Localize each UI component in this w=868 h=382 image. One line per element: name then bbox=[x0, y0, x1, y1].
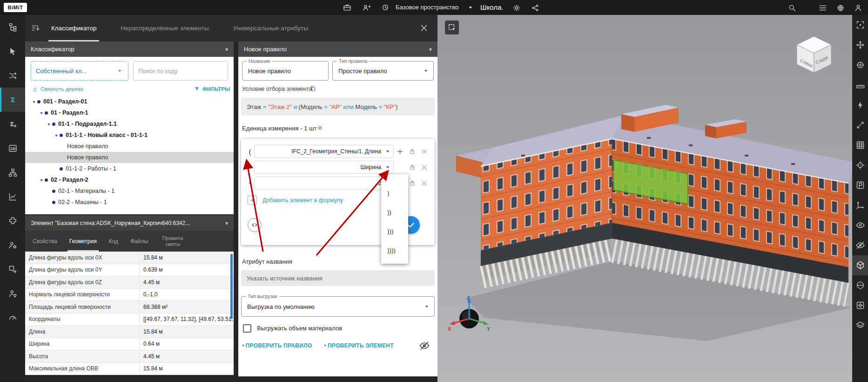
property-row[interactable]: Ширина0.64 м bbox=[25, 338, 234, 351]
lock-icon[interactable] bbox=[409, 148, 416, 155]
rule-collapse-icon[interactable]: ▾ bbox=[429, 46, 432, 53]
navigation-cube[interactable]: Слева Сзади bbox=[797, 36, 831, 73]
element-tab[interactable]: Файлы bbox=[130, 231, 148, 252]
team-icon[interactable] bbox=[362, 3, 371, 12]
building-model[interactable] bbox=[437, 15, 852, 382]
visibility-button[interactable] bbox=[852, 215, 868, 235]
fit-view-button[interactable] bbox=[852, 15, 868, 35]
view-2d-button[interactable]: 2D bbox=[0, 136, 25, 160]
lightning-button[interactable] bbox=[852, 95, 868, 115]
attr-source-field[interactable]: Указать источник названия bbox=[241, 270, 435, 286]
property-row[interactable]: Площадь лицевой поверхности68.388 м² bbox=[25, 301, 234, 314]
code-search-input[interactable] bbox=[133, 61, 228, 81]
section-button[interactable] bbox=[852, 55, 868, 75]
select-button[interactable] bbox=[0, 39, 25, 63]
tree-item[interactable]: 02-2 - Машины - 1 bbox=[25, 197, 234, 208]
unit-settings-icon[interactable] bbox=[316, 124, 323, 131]
field-caret-icon[interactable] bbox=[384, 148, 391, 155]
tree-item[interactable]: 01-1-2 - Работы - 1 bbox=[25, 163, 234, 174]
briefcase-icon[interactable] bbox=[343, 3, 352, 12]
property-row[interactable]: Высота4.45 м bbox=[25, 350, 234, 363]
panel-menu-icon[interactable] bbox=[31, 23, 41, 33]
tree-item[interactable]: ▾001 - Раздел-01 bbox=[25, 96, 234, 107]
element-tab[interactable]: Правила сметы bbox=[160, 231, 185, 252]
pan-button[interactable] bbox=[852, 35, 868, 55]
element-tab[interactable]: Геометрия bbox=[69, 231, 97, 252]
panel-tab[interactable]: Классификатор bbox=[51, 15, 96, 41]
remove-row-icon[interactable] bbox=[421, 164, 428, 171]
tree-expand-icon[interactable]: ▾ bbox=[38, 177, 45, 183]
rule-type-select[interactable]: Тип правила Простое правило bbox=[332, 61, 434, 81]
model-cube-button[interactable] bbox=[852, 255, 868, 275]
check-element-button[interactable]: ПРОВЕРИТЬ ЭЛЕМЕНТ bbox=[328, 342, 394, 349]
operator-select-icon[interactable] bbox=[247, 180, 253, 186]
classifier-select[interactable]: Собственный кл... bbox=[31, 61, 128, 81]
add-operand-icon[interactable] bbox=[396, 148, 404, 156]
tree-item[interactable]: Новое правило bbox=[25, 141, 234, 152]
dimension-button[interactable] bbox=[852, 115, 868, 135]
plugins-button[interactable] bbox=[0, 209, 25, 233]
property-row[interactable]: Координаты[[49.67, 37.67, 11.32], [49.67… bbox=[25, 314, 234, 326]
app-logo[interactable]: BiMiT bbox=[4, 3, 27, 12]
model-tree-button[interactable] bbox=[0, 15, 25, 39]
code-view-button[interactable] bbox=[248, 218, 262, 232]
share-icon[interactable] bbox=[531, 3, 540, 13]
condition-expression[interactable]: Этаж = "Этаж 2" и (Модель = "АР" или Мод… bbox=[241, 98, 435, 116]
selection-tool-button[interactable] bbox=[445, 20, 459, 34]
export-model-button[interactable] bbox=[0, 257, 25, 281]
property-row[interactable]: Длина фигуры вдоль оси 0X15.84 м bbox=[25, 252, 234, 264]
dashboard-button[interactable] bbox=[0, 306, 25, 330]
target-button[interactable] bbox=[852, 155, 868, 175]
tree-item[interactable]: ▾01-1-1 - Новый класс - 01-1-1 bbox=[25, 130, 234, 141]
tree-expand-icon[interactable]: ▾ bbox=[38, 110, 45, 116]
lock-icon[interactable] bbox=[409, 164, 416, 171]
formula-field[interactable]: Ширина bbox=[254, 161, 394, 174]
operator-select-icon[interactable] bbox=[247, 164, 253, 171]
element-tab[interactable]: Код bbox=[109, 231, 118, 252]
check-rule-button[interactable]: ПРОВЕРИТЬ ПРАВИЛО bbox=[246, 342, 312, 349]
sigma-plus-button[interactable]: Σ bbox=[0, 112, 25, 136]
tree-expand-icon[interactable]: ▾ bbox=[53, 133, 60, 138]
axis-gizmo[interactable]: X Y Z bbox=[446, 294, 492, 341]
property-row[interactable]: Длина фигуры вдоль оси 0Z4.45 м bbox=[25, 276, 234, 289]
search-icon[interactable] bbox=[787, 3, 797, 13]
tree-expand-icon[interactable]: ▾ bbox=[31, 99, 37, 104]
property-row[interactable]: Длина15.84 м bbox=[25, 326, 234, 338]
3d-viewport[interactable]: Слева Сзади X Y Z bbox=[437, 15, 852, 382]
project-settings-icon[interactable] bbox=[512, 3, 521, 13]
tree-item[interactable]: ▾01 - Раздел-1 bbox=[25, 107, 234, 118]
formula-field[interactable]: 2 bbox=[254, 177, 394, 190]
axes-button[interactable] bbox=[852, 195, 868, 215]
structure-button[interactable] bbox=[0, 160, 25, 184]
tree-item[interactable]: Новое правило bbox=[25, 152, 234, 163]
collapse-tree-button[interactable]: Свернуть дерево bbox=[32, 86, 83, 92]
property-row[interactable]: Нормаль лицевой поверхности0,-1,0 bbox=[25, 289, 234, 301]
sigma-button[interactable]: Σ bbox=[0, 88, 25, 112]
rule-section-header[interactable]: Новое правило ▾ bbox=[238, 41, 437, 57]
collapse-section-icon[interactable]: ▾ bbox=[225, 46, 228, 53]
field-caret-icon[interactable] bbox=[384, 164, 391, 171]
export-type-select[interactable]: Тип выгрузки Выгрузка по умолчанию bbox=[241, 296, 435, 317]
paren-option[interactable]: )))) bbox=[381, 241, 408, 260]
section-box-button[interactable] bbox=[852, 275, 868, 295]
account-icon[interactable] bbox=[854, 3, 863, 13]
parking-button[interactable] bbox=[852, 175, 868, 195]
hide-button[interactable] bbox=[852, 235, 868, 255]
close-panel-icon[interactable] bbox=[419, 23, 429, 33]
grid-button[interactable] bbox=[852, 135, 868, 155]
paren-option[interactable]: )) bbox=[381, 203, 408, 222]
tree-item[interactable]: ▾01-1 - Подраздел-1.1 bbox=[25, 118, 234, 130]
menu-list-icon[interactable] bbox=[818, 3, 828, 13]
tree-item[interactable]: 02-1 - Материалы - 1 bbox=[25, 185, 234, 197]
relations-button[interactable] bbox=[0, 63, 25, 88]
remove-row-icon[interactable] bbox=[421, 148, 428, 155]
user-gear-button[interactable] bbox=[0, 233, 25, 257]
user-pin-button[interactable] bbox=[0, 281, 25, 306]
property-row[interactable]: Максимальная длина ОВВ15.84 м bbox=[25, 363, 234, 375]
layers-button[interactable] bbox=[852, 315, 868, 335]
paren-option[interactable]: ))) bbox=[381, 222, 408, 241]
ruler-button[interactable] bbox=[852, 75, 868, 95]
element-section-header[interactable]: Элемент "Базовая стена:ADSK_Наружная_Кир… bbox=[25, 215, 234, 231]
history-icon[interactable] bbox=[381, 3, 390, 12]
element-tab[interactable]: Свойства bbox=[33, 231, 57, 252]
